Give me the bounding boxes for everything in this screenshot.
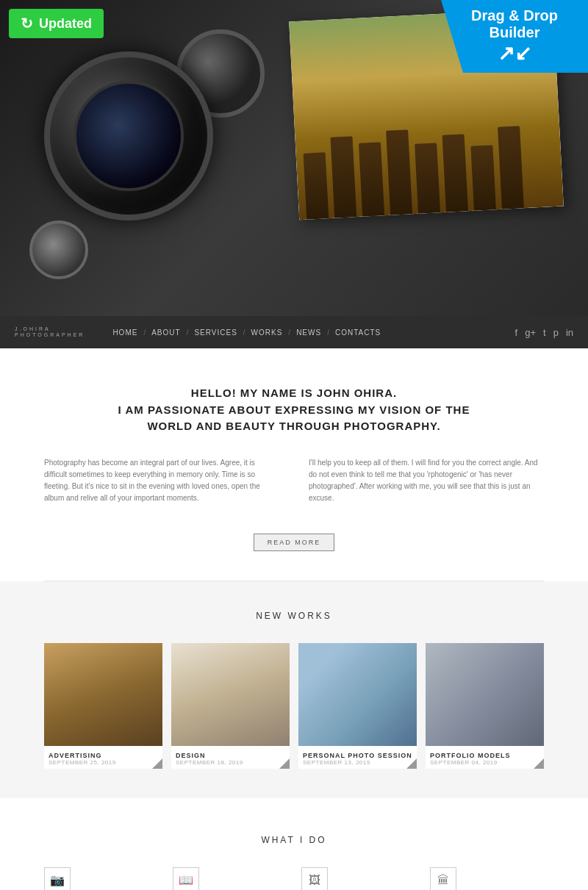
read-more-wrapper: READ MORE (44, 526, 544, 551)
studio-icon: 🏛 (430, 867, 456, 891)
logo-subtitle: PHOTOGRAPHER (15, 332, 85, 338)
about-title: HELLO! MY NAME IS JOHN OHIRA. I AM PASSI… (44, 385, 544, 435)
work-corner (152, 758, 162, 769)
work-item-photosession[interactable]: PERSONAL PHOTO SESSION SEPTEMBER 13, 201… (298, 643, 417, 769)
pinterest-icon[interactable]: p (553, 327, 559, 338)
tree (359, 142, 384, 216)
refresh-icon: ↻ (21, 15, 33, 32)
wedding-icon: 📷 (44, 867, 71, 891)
tree (442, 134, 468, 212)
googleplus-icon[interactable]: g+ (525, 327, 536, 338)
work-label-advertising: ADVERTISING SEPTEMBER 25, 2019 (44, 746, 162, 769)
works-grid: ADVERTISING SEPTEMBER 25, 2019 DESIGN SE… (44, 643, 544, 769)
nav-services[interactable]: SERVICES (188, 329, 243, 337)
nav-home[interactable]: HOME (107, 329, 143, 337)
services-section: WHAT I DO 📷 WEDDING PHOTOGRAPHY Wedding … (0, 798, 588, 891)
services-grid: 📷 WEDDING PHOTOGRAPHY Wedding photograph… (44, 867, 544, 891)
work-label-design: DESIGN SEPTEMBER 18, 2019 (171, 746, 290, 769)
work-date-photosession: SEPTEMBER 13, 2019 (303, 759, 412, 766)
work-title-advertising: ADVERTISING (49, 752, 158, 759)
catalog-icon: 📖 (173, 867, 199, 891)
work-date-models: SEPTEMBER 04, 2019 (430, 759, 539, 766)
work-item-models[interactable]: PORTFOLIO MODELS SEPTEMBER 04, 2019 (426, 643, 544, 769)
about-section: HELLO! MY NAME IS JOHN OHIRA. I AM PASSI… (0, 348, 588, 581)
tree (330, 136, 356, 218)
nav-links: HOME / ABOUT / SERVICES / WORKS / NEWS /… (107, 329, 514, 337)
facebook-icon[interactable]: f (515, 327, 518, 338)
about-columns: Photography has become an integral part … (44, 457, 544, 504)
updated-badge: ↻ Updated (9, 9, 104, 38)
work-title-photosession: PERSONAL PHOTO SESSION (303, 752, 412, 759)
hero-wrapper: ↻ Updated Drag & DropBuilder ↗↙ (0, 0, 588, 348)
service-wedding: 📷 WEDDING PHOTOGRAPHY Wedding photograph… (44, 867, 158, 891)
work-image-design (171, 643, 290, 746)
work-corner (534, 758, 544, 769)
work-date-design: SEPTEMBER 18, 2019 (176, 759, 285, 766)
work-corner (279, 758, 290, 769)
tree (304, 152, 329, 219)
work-date-advertising: SEPTEMBER 25, 2019 (49, 759, 158, 766)
about-col-1: Photography has become an integral part … (44, 457, 279, 504)
works-section-title: NEW WORKS (44, 611, 544, 621)
updated-label: Updated (39, 16, 92, 32)
nav-social: f g+ t p in (515, 327, 573, 338)
read-more-button[interactable]: READ MORE (254, 534, 335, 551)
portrait-icon: 🖼 (301, 867, 328, 891)
lens-inner (74, 81, 184, 191)
linkedin-icon[interactable]: in (566, 327, 573, 338)
dnd-arrows-icon: ↗↙ (453, 41, 576, 65)
works-section: NEW WORKS ADVERTISING SEPTEMBER 25, 2019… (0, 581, 588, 798)
site-logo: J.OHIRA PHOTOGRAPHER (15, 326, 85, 337)
work-item-design[interactable]: DESIGN SEPTEMBER 18, 2019 (171, 643, 290, 769)
work-image-models (426, 643, 544, 746)
work-image-advertising (44, 643, 162, 746)
lens-main (44, 51, 213, 220)
logo-name: J.OHIRA (15, 326, 85, 332)
work-title-models: PORTFOLIO MODELS (430, 752, 539, 759)
navigation: J.OHIRA PHOTOGRAPHER HOME / ABOUT / SERV… (0, 316, 588, 348)
work-label-photosession: PERSONAL PHOTO SESSION SEPTEMBER 13, 201… (298, 746, 417, 769)
nav-about[interactable]: ABOUT (146, 329, 186, 337)
tree (415, 143, 440, 213)
service-catalog: 📖 CATALOG SHOOT You need to carry out a … (173, 867, 287, 891)
work-image-photosession (298, 643, 417, 746)
tree (386, 129, 412, 215)
about-col-2: I'll help you to keep all of them. I wil… (309, 457, 544, 504)
dnd-label: Drag & DropBuilder (471, 7, 558, 40)
nav-news[interactable]: NEWS (290, 329, 327, 337)
photo-trees (292, 68, 563, 220)
nav-works[interactable]: WORKS (245, 329, 289, 337)
nav-contacts[interactable]: CONTACTS (329, 329, 387, 337)
tree (470, 145, 496, 210)
work-item-advertising[interactable]: ADVERTISING SEPTEMBER 25, 2019 (44, 643, 162, 769)
lens-cap (29, 220, 88, 279)
work-label-models: PORTFOLIO MODELS SEPTEMBER 04, 2019 (426, 746, 544, 769)
work-title-design: DESIGN (176, 752, 285, 759)
service-portrait: 🖼 PORTRAIT PHOTOSHOOT In the portrait is… (301, 867, 415, 891)
tree (498, 126, 524, 209)
services-section-title: WHAT I DO (44, 835, 544, 845)
lens-group (22, 22, 272, 301)
twitter-icon[interactable]: t (543, 327, 546, 338)
dnd-badge: Drag & DropBuilder ↗↙ (441, 0, 588, 73)
service-studio: 🏛 STUDIO SHOOTING Studio portraits are a… (430, 867, 544, 891)
work-corner (406, 758, 417, 769)
